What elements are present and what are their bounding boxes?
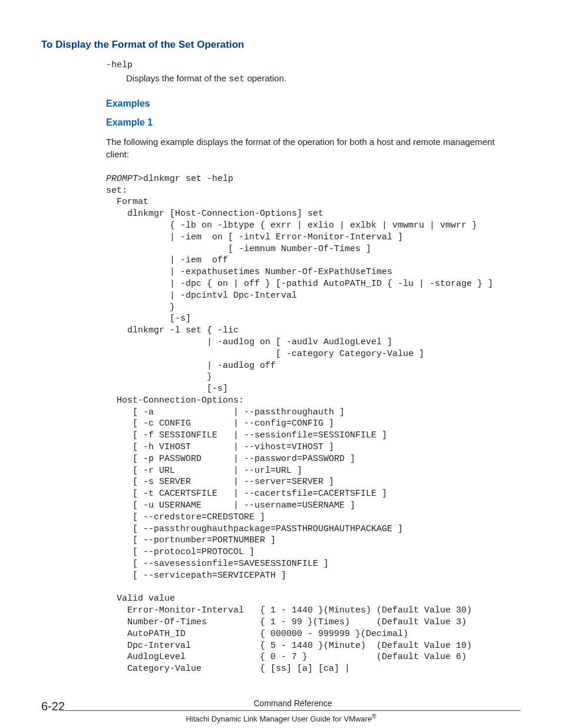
- page-number: 6-22: [41, 700, 65, 713]
- footer-subtitle: Hitachi Dynamic Link Manager User Guide …: [41, 713, 521, 723]
- page-footer: 6-22 Command Reference Hitachi Dynamic L…: [41, 699, 521, 723]
- footer-sub-prefix: Hitachi Dynamic Link Manager User Guide …: [186, 714, 372, 723]
- help-description: Displays the format of the set operation…: [126, 73, 515, 85]
- prompt-label: PROMPT: [106, 174, 138, 184]
- code-body: >dlnkmgr set -help set: Format dlnkmgr […: [106, 174, 493, 674]
- footer-title: Command Reference: [65, 699, 521, 711]
- desc-suffix: operation.: [244, 73, 286, 83]
- registered-mark: ®: [372, 713, 376, 720]
- desc-code: set: [229, 74, 244, 84]
- section-heading: To Display the Format of the Set Operati…: [41, 39, 521, 51]
- content-block: -help Displays the format of the set ope…: [106, 60, 515, 675]
- example1-codeblock: PROMPT>dlnkmgr set -help set: Format dln…: [106, 173, 515, 675]
- desc-prefix: Displays the format of the: [126, 73, 229, 83]
- examples-heading: Examples: [106, 98, 515, 109]
- example1-intro: The following example displays the forma…: [106, 136, 515, 160]
- example1-heading: Example 1: [106, 117, 515, 128]
- term-help: -help: [106, 60, 515, 70]
